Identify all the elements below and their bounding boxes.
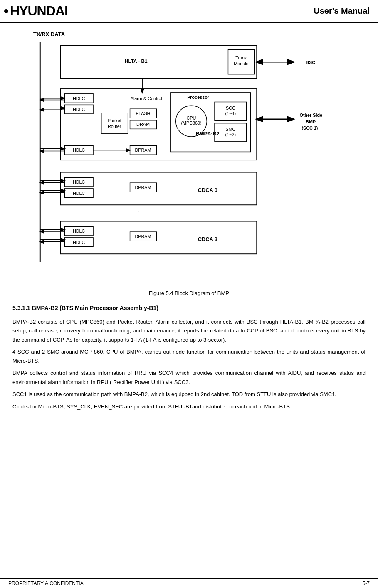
bmpa-label: BMPA-B2 [196, 130, 220, 137]
hdlc4: HDLC [73, 180, 85, 185]
dram-label: DRAM [136, 122, 150, 127]
block-diagram: HLTA - B1 Trunk Module BSC BMPA-B2 HDLC … [12, 42, 370, 283]
trunk-module-label: Trunk [235, 55, 247, 60]
scc1-label: (SCC 1) [301, 125, 318, 130]
packet-router-label2: Router [108, 124, 121, 129]
figure-caption: Figure 5.4 Block Diagram of BMP [12, 290, 366, 296]
diagram-area: HLTA - B1 Trunk Module BSC BMPA-B2 HDLC … [12, 42, 370, 284]
body-paragraph-4: SCC1 is used as the communication path w… [12, 390, 366, 399]
other-side-label: Other Side [300, 113, 323, 118]
scc-label: SCC [226, 106, 235, 111]
hdlc7: HDLC [73, 240, 85, 245]
smc-label2: (1~2) [225, 132, 236, 137]
processor-label: Processor [187, 95, 210, 100]
scc-label2: (1~4) [225, 111, 236, 116]
body-paragraph-2: 4 SCC and 2 SMC around MCP 860, CPU of B… [12, 347, 366, 365]
packet-router-label: Packet [108, 118, 121, 123]
hdlc2: HDLC [73, 107, 85, 112]
dpram1-label: DPRAM [135, 148, 151, 153]
body-paragraph-5: Clocks for Micro-BTS, SYS_CLK, EVEN_SEC … [12, 402, 366, 411]
hdlc5: HDLC [73, 191, 85, 196]
bmp-label: BMP [306, 119, 316, 124]
main-content: TX/RX DATA HLTA - B1 [0, 23, 378, 423]
trunk-module-label2: Module [234, 61, 248, 66]
logo-text: HYUNDAI [10, 3, 68, 19]
hdlc1: HDLC [73, 96, 85, 101]
footer-right: 5-7 [363, 581, 370, 586]
txrx-label: TX/RX DATA [33, 31, 366, 37]
cdca3-label: CDCA 3 [198, 236, 217, 242]
section-heading: 5.3.1.1 BMPA-B2 (BTS Main Processor Asse… [12, 305, 366, 311]
hlta-label: HLTA - B1 [125, 58, 148, 64]
page-title: User's Manual [314, 6, 370, 16]
cdca0-label: CDCA 0 [198, 187, 217, 193]
dpram3-label: DPRAM [135, 234, 151, 239]
smc-label: SMC [225, 127, 235, 132]
page-footer: PROPRIETARY & CONFIDENTIAL 5-7 [0, 578, 378, 588]
hdlc6: HDLC [73, 229, 85, 234]
company-logo: HYUNDAI [4, 3, 68, 19]
body-paragraph-3: BMPA collects control and status informa… [12, 369, 366, 386]
svg-rect-11 [101, 113, 128, 133]
svg-rect-5 [60, 46, 257, 79]
page-header: HYUNDAI User's Manual [0, 0, 378, 23]
bsc-label: BSC [306, 60, 315, 65]
footer-left: PROPRIETARY & CONFIDENTIAL [8, 581, 86, 586]
hdlc3: HDLC [73, 148, 85, 153]
logo-dot [4, 9, 8, 13]
cpu-label: CPU [187, 116, 196, 121]
flash-label: FLASH [136, 111, 151, 116]
dpram2-label: DPRAM [135, 185, 151, 190]
body-paragraph-1: BMPA-B2 consists of CPU (MPC860) and Pac… [12, 317, 366, 344]
dots-separator: ⋮ [136, 209, 141, 214]
alarm-control-label: Alarm & Control [131, 96, 162, 101]
cpu-label2: (MPC860) [181, 121, 201, 125]
